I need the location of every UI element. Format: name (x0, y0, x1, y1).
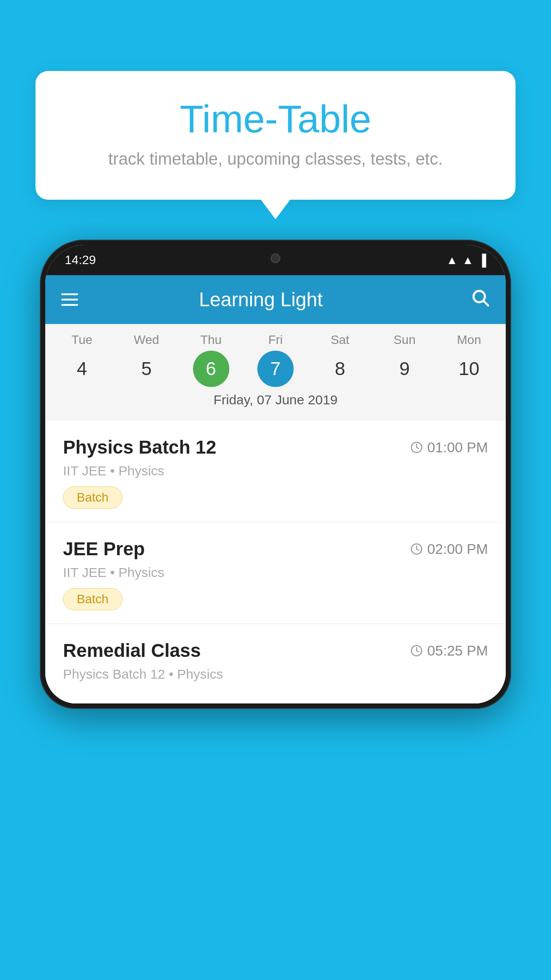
day-name: Mon (457, 333, 481, 347)
signal-icon: ▲ (462, 253, 474, 267)
event-item-2[interactable]: Remedial Class05:25 PMPhysics Batch 12 •… (45, 624, 506, 703)
tooltip-title: Time-Table (71, 98, 480, 141)
day-number: 9 (386, 351, 423, 387)
batch-badge: Batch (63, 486, 122, 509)
day-cell-sun[interactable]: Sun9 (376, 333, 433, 387)
event-item-0[interactable]: Physics Batch 1201:00 PMIIT JEE • Physic… (45, 421, 506, 522)
app-bar: Learning Light (45, 275, 506, 324)
day-number: 10 (451, 351, 487, 387)
events-list: Physics Batch 1201:00 PMIIT JEE • Physic… (45, 421, 506, 703)
event-time: 01:00 PM (410, 439, 488, 456)
day-cell-tue[interactable]: Tue4 (53, 333, 111, 387)
batch-badge: Batch (63, 588, 122, 610)
day-cell-sat[interactable]: Sat8 (311, 333, 369, 387)
day-name: Wed (134, 333, 159, 347)
day-name: Tue (71, 333, 92, 347)
tooltip-card: Time-Table track timetable, upcoming cla… (35, 71, 516, 200)
phone-inner: 14:29 ▲ ▲ ▐ (45, 245, 506, 703)
day-cell-thu[interactable]: Thu6 (182, 333, 240, 387)
app-title: Learning Light (65, 288, 457, 311)
days-row: Tue4Wed5Thu6Fri7Sat8Sun9Mon10 (45, 333, 506, 387)
event-header: Remedial Class05:25 PM (63, 640, 488, 661)
selected-date-label: Friday, 07 June 2019 (45, 387, 506, 416)
event-meta: Physics Batch 12 • Physics (63, 667, 488, 682)
svg-line-1 (484, 301, 488, 305)
event-item-1[interactable]: JEE Prep02:00 PMIIT JEE • PhysicsBatch (45, 522, 506, 624)
day-number: 5 (128, 351, 165, 387)
day-number: 6 (193, 351, 229, 387)
day-name: Sun (394, 333, 416, 347)
event-meta: IIT JEE • Physics (63, 565, 488, 580)
day-name: Sat (331, 333, 349, 347)
phone-outer: 14:29 ▲ ▲ ▐ (40, 240, 511, 709)
status-bar: 14:29 ▲ ▲ ▐ (45, 245, 506, 275)
tooltip-subtitle: track timetable, upcoming classes, tests… (71, 150, 480, 169)
event-name: Physics Batch 12 (63, 437, 216, 458)
notch (240, 245, 311, 272)
day-number: 8 (322, 351, 358, 387)
calendar-strip: Tue4Wed5Thu6Fri7Sat8Sun9Mon10 Friday, 07… (45, 324, 506, 421)
status-time: 14:29 (65, 253, 96, 267)
day-cell-fri[interactable]: Fri7 (247, 333, 304, 387)
event-name: JEE Prep (63, 538, 145, 560)
event-time: 05:25 PM (410, 643, 488, 659)
event-header: Physics Batch 1201:00 PM (63, 437, 488, 458)
clock-icon (410, 441, 423, 454)
event-time: 02:00 PM (410, 541, 488, 557)
clock-icon (410, 543, 423, 555)
event-header: JEE Prep02:00 PM (63, 538, 488, 560)
day-name: Thu (200, 333, 221, 347)
day-cell-mon[interactable]: Mon10 (440, 333, 498, 387)
day-cell-wed[interactable]: Wed5 (118, 333, 175, 387)
day-number: 4 (64, 351, 100, 387)
status-icons: ▲ ▲ ▐ (446, 253, 486, 267)
phone-mockup: 14:29 ▲ ▲ ▐ (40, 240, 511, 980)
day-number: 7 (257, 351, 294, 387)
clock-icon (410, 644, 423, 657)
battery-icon: ▐ (478, 253, 486, 267)
day-name: Fri (268, 333, 283, 347)
event-meta: IIT JEE • Physics (63, 463, 488, 478)
search-button[interactable] (470, 288, 490, 312)
wifi-icon: ▲ (446, 253, 458, 267)
camera (271, 253, 280, 263)
event-name: Remedial Class (63, 640, 201, 661)
